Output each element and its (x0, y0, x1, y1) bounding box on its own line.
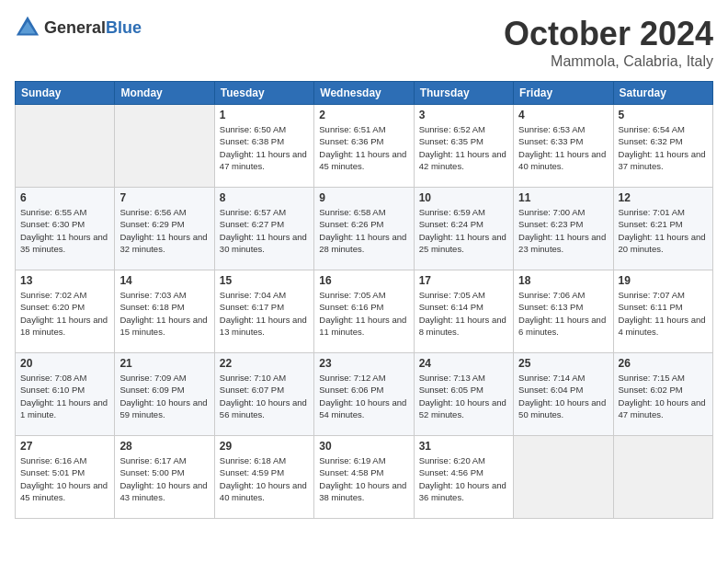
weekday-header: Wednesday (314, 82, 414, 105)
day-info: Sunrise: 7:00 AM Sunset: 6:23 PM Dayligh… (518, 206, 608, 255)
day-info: Sunrise: 6:19 AM Sunset: 4:58 PM Dayligh… (319, 454, 408, 503)
day-info: Sunrise: 7:05 AM Sunset: 6:16 PM Dayligh… (319, 289, 408, 338)
logo-text-general: General (44, 18, 106, 37)
calendar-week-row: 27Sunrise: 6:16 AM Sunset: 5:01 PM Dayli… (16, 436, 713, 519)
day-info: Sunrise: 7:05 AM Sunset: 6:14 PM Dayligh… (419, 289, 508, 338)
day-number: 25 (518, 357, 608, 370)
day-info: Sunrise: 7:09 AM Sunset: 6:09 PM Dayligh… (119, 372, 209, 420)
calendar-day-cell: 21Sunrise: 7:09 AM Sunset: 6:09 PM Dayli… (115, 353, 214, 436)
day-info: Sunrise: 6:57 AM Sunset: 6:27 PM Dayligh… (220, 206, 309, 255)
calendar-day-cell: 6Sunrise: 6:55 AM Sunset: 6:30 PM Daylig… (16, 188, 115, 270)
calendar-day-cell: 17Sunrise: 7:05 AM Sunset: 6:14 PM Dayli… (414, 270, 513, 353)
day-number: 27 (20, 440, 109, 453)
calendar-day-cell: 31Sunrise: 6:20 AM Sunset: 4:56 PM Dayli… (414, 436, 513, 519)
logo: GeneralBlue (15, 15, 142, 40)
day-number: 5 (619, 109, 708, 121)
calendar-day-cell: 4Sunrise: 6:53 AM Sunset: 6:33 PM Daylig… (514, 105, 613, 188)
calendar-day-cell: 9Sunrise: 6:58 AM Sunset: 6:26 PM Daylig… (314, 188, 414, 270)
calendar-week-row: 20Sunrise: 7:08 AM Sunset: 6:10 PM Dayli… (16, 353, 713, 436)
calendar-day-cell: 5Sunrise: 6:54 AM Sunset: 6:32 PM Daylig… (613, 105, 712, 188)
calendar-day-cell: 27Sunrise: 6:16 AM Sunset: 5:01 PM Dayli… (16, 436, 115, 519)
day-number: 4 (518, 109, 608, 121)
day-info: Sunrise: 6:59 AM Sunset: 6:24 PM Dayligh… (419, 206, 508, 255)
calendar-day-cell: 18Sunrise: 7:06 AM Sunset: 6:13 PM Dayli… (514, 270, 613, 353)
calendar-day-cell: 30Sunrise: 6:19 AM Sunset: 4:58 PM Dayli… (314, 436, 414, 519)
day-number: 19 (619, 274, 708, 287)
calendar-day-cell: 24Sunrise: 7:13 AM Sunset: 6:05 PM Dayli… (414, 353, 513, 436)
day-number: 20 (20, 357, 109, 370)
day-info: Sunrise: 6:54 AM Sunset: 6:32 PM Dayligh… (619, 123, 708, 172)
calendar-day-cell (16, 105, 115, 188)
day-number: 28 (119, 440, 209, 453)
calendar-body: 1Sunrise: 6:50 AM Sunset: 6:38 PM Daylig… (16, 105, 713, 519)
day-info: Sunrise: 6:51 AM Sunset: 6:36 PM Dayligh… (319, 123, 408, 172)
calendar-day-cell (514, 436, 613, 519)
day-number: 3 (419, 109, 508, 121)
day-number: 29 (220, 440, 309, 453)
day-number: 26 (619, 357, 708, 370)
day-number: 15 (220, 274, 309, 287)
day-number: 14 (119, 274, 209, 287)
weekday-header: Sunday (16, 82, 115, 105)
calendar-week-row: 13Sunrise: 7:02 AM Sunset: 6:20 PM Dayli… (16, 270, 713, 353)
day-number: 7 (119, 191, 209, 204)
day-number: 12 (619, 191, 708, 204)
day-number: 11 (518, 191, 608, 204)
day-info: Sunrise: 7:06 AM Sunset: 6:13 PM Dayligh… (518, 289, 608, 338)
day-info: Sunrise: 7:07 AM Sunset: 6:11 PM Dayligh… (619, 289, 708, 338)
day-info: Sunrise: 7:15 AM Sunset: 6:02 PM Dayligh… (619, 372, 708, 420)
day-info: Sunrise: 7:01 AM Sunset: 6:21 PM Dayligh… (619, 206, 708, 255)
calendar-week-row: 1Sunrise: 6:50 AM Sunset: 6:38 PM Daylig… (16, 105, 713, 188)
day-info: Sunrise: 7:12 AM Sunset: 6:06 PM Dayligh… (319, 372, 408, 420)
calendar-day-cell: 12Sunrise: 7:01 AM Sunset: 6:21 PM Dayli… (613, 188, 712, 270)
calendar-day-cell: 1Sunrise: 6:50 AM Sunset: 6:38 PM Daylig… (214, 105, 313, 188)
day-number: 16 (319, 274, 408, 287)
calendar-day-cell: 10Sunrise: 6:59 AM Sunset: 6:24 PM Dayli… (414, 188, 513, 270)
weekday-header: Monday (115, 82, 214, 105)
day-info: Sunrise: 7:04 AM Sunset: 6:17 PM Dayligh… (220, 289, 309, 338)
calendar-day-cell: 22Sunrise: 7:10 AM Sunset: 6:07 PM Dayli… (214, 353, 313, 436)
day-number: 23 (319, 357, 408, 370)
day-number: 1 (220, 109, 309, 121)
day-info: Sunrise: 7:02 AM Sunset: 6:20 PM Dayligh… (20, 289, 109, 338)
calendar-day-cell: 29Sunrise: 6:18 AM Sunset: 4:59 PM Dayli… (214, 436, 313, 519)
day-info: Sunrise: 6:16 AM Sunset: 5:01 PM Dayligh… (20, 454, 109, 503)
day-info: Sunrise: 6:18 AM Sunset: 4:59 PM Dayligh… (220, 454, 309, 503)
day-info: Sunrise: 6:56 AM Sunset: 6:29 PM Dayligh… (119, 206, 209, 255)
calendar-day-cell: 7Sunrise: 6:56 AM Sunset: 6:29 PM Daylig… (115, 188, 214, 270)
calendar-day-cell: 8Sunrise: 6:57 AM Sunset: 6:27 PM Daylig… (214, 188, 313, 270)
calendar-day-cell (115, 105, 214, 188)
calendar-day-cell: 19Sunrise: 7:07 AM Sunset: 6:11 PM Dayli… (613, 270, 712, 353)
day-number: 13 (20, 274, 109, 287)
day-info: Sunrise: 7:03 AM Sunset: 6:18 PM Dayligh… (119, 289, 209, 338)
header-row: SundayMondayTuesdayWednesdayThursdayFrid… (16, 82, 713, 105)
day-number: 18 (518, 274, 608, 287)
day-number: 10 (419, 191, 508, 204)
day-number: 8 (220, 191, 309, 204)
day-number: 2 (319, 109, 408, 121)
day-number: 24 (419, 357, 508, 370)
weekday-header: Saturday (613, 82, 712, 105)
calendar-day-cell: 16Sunrise: 7:05 AM Sunset: 6:16 PM Dayli… (314, 270, 414, 353)
day-number: 6 (20, 191, 109, 204)
day-info: Sunrise: 6:58 AM Sunset: 6:26 PM Dayligh… (319, 206, 408, 255)
calendar-day-cell: 25Sunrise: 7:14 AM Sunset: 6:04 PM Dayli… (514, 353, 613, 436)
day-info: Sunrise: 7:14 AM Sunset: 6:04 PM Dayligh… (518, 372, 608, 420)
day-info: Sunrise: 6:53 AM Sunset: 6:33 PM Dayligh… (518, 123, 608, 172)
calendar-title: October 2024 (504, 15, 713, 53)
day-info: Sunrise: 7:10 AM Sunset: 6:07 PM Dayligh… (220, 372, 309, 420)
day-number: 9 (319, 191, 408, 204)
day-info: Sunrise: 6:17 AM Sunset: 5:00 PM Dayligh… (119, 454, 209, 503)
calendar-day-cell: 14Sunrise: 7:03 AM Sunset: 6:18 PM Dayli… (115, 270, 214, 353)
calendar-day-cell: 20Sunrise: 7:08 AM Sunset: 6:10 PM Dayli… (16, 353, 115, 436)
day-info: Sunrise: 7:08 AM Sunset: 6:10 PM Dayligh… (20, 372, 109, 420)
calendar-day-cell: 11Sunrise: 7:00 AM Sunset: 6:23 PM Dayli… (514, 188, 613, 270)
logo-text-blue: Blue (106, 18, 142, 37)
calendar-table: SundayMondayTuesdayWednesdayThursdayFrid… (15, 81, 713, 519)
day-number: 31 (419, 440, 508, 453)
day-info: Sunrise: 6:20 AM Sunset: 4:56 PM Dayligh… (419, 454, 508, 503)
day-number: 30 (319, 440, 408, 453)
calendar-day-cell: 13Sunrise: 7:02 AM Sunset: 6:20 PM Dayli… (16, 270, 115, 353)
calendar-day-cell: 15Sunrise: 7:04 AM Sunset: 6:17 PM Dayli… (214, 270, 313, 353)
day-info: Sunrise: 6:52 AM Sunset: 6:35 PM Dayligh… (419, 123, 508, 172)
